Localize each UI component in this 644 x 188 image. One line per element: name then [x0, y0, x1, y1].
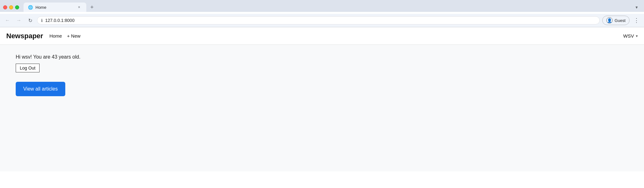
main-content: Hi wsv! You are 43 years old. Log Out Vi… — [0, 45, 644, 106]
greeting-text: Hi wsv! You are 43 years old. — [16, 54, 628, 60]
navbar-new-link[interactable]: + New — [67, 33, 80, 39]
url-text: 127.0.0.1:8000 — [45, 18, 596, 23]
logout-button[interactable]: Log Out — [16, 64, 40, 72]
window-controls — [3, 5, 19, 9]
close-window-button[interactable] — [3, 5, 7, 9]
tab-favicon-icon: 🌐 — [28, 5, 33, 10]
new-tab-button[interactable]: + — [88, 3, 96, 12]
maximize-window-button[interactable] — [15, 5, 19, 9]
navbar-username: WSV — [623, 33, 634, 39]
address-bar[interactable]: ℹ 127.0.0.1:8000 — [37, 16, 600, 24]
minimize-window-button[interactable] — [9, 5, 13, 9]
info-icon: ℹ — [41, 18, 43, 23]
tab-title: Home — [35, 5, 74, 10]
page: Newspaper Home + New WSV ▾ Hi wsv! You a… — [0, 27, 644, 171]
active-tab[interactable]: 🌐 Home × — [24, 3, 86, 12]
tab-close-icon[interactable]: × — [76, 4, 82, 10]
back-button[interactable]: ← — [3, 16, 12, 25]
profile-avatar-icon: 👤 — [606, 17, 613, 24]
forward-button[interactable]: → — [14, 16, 23, 25]
tab-bar: 🌐 Home × + ▾ — [3, 3, 641, 12]
address-bar-row: ← → ↻ ℹ 127.0.0.1:8000 👤 Guest ⋮ — [0, 14, 644, 27]
tab-dropdown-button[interactable]: ▾ — [632, 3, 641, 12]
profile-label: Guest — [614, 18, 625, 23]
navbar-brand[interactable]: Newspaper — [6, 32, 43, 40]
navbar-home-link[interactable]: Home — [49, 33, 62, 39]
view-articles-button[interactable]: View all articles — [16, 82, 65, 96]
browser-chrome: 🌐 Home × + ▾ — [0, 0, 644, 12]
profile-button[interactable]: 👤 Guest — [602, 16, 630, 25]
navbar-right: WSV ▾ — [623, 33, 638, 39]
reload-button[interactable]: ↻ — [26, 16, 35, 25]
browser-menu-button[interactable]: ⋮ — [632, 16, 641, 25]
navbar: Newspaper Home + New WSV ▾ — [0, 27, 644, 45]
user-dropdown-icon[interactable]: ▾ — [636, 34, 638, 38]
